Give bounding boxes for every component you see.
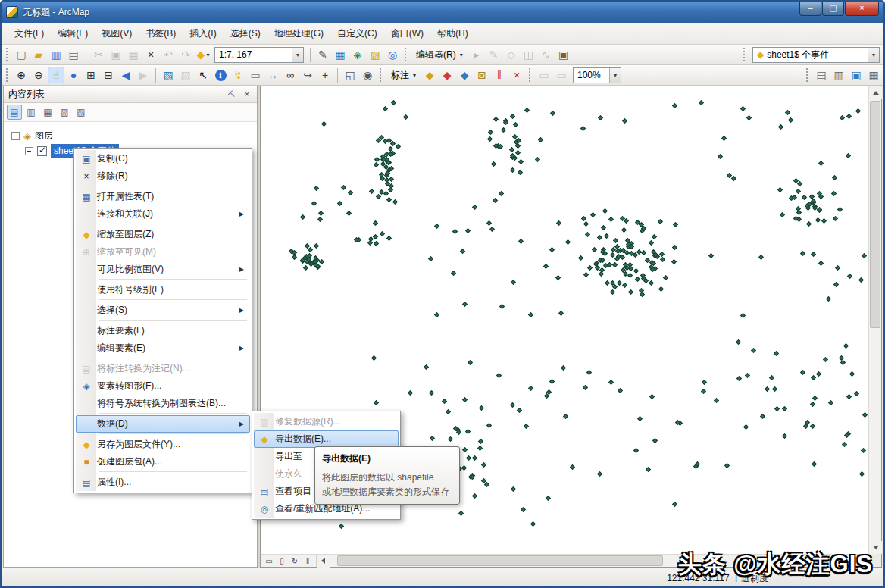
- zoom-in-icon[interactable]: ⊕: [13, 67, 30, 83]
- add-basemap-icon[interactable]: ◈: [349, 46, 366, 63]
- chevron-down-icon[interactable]: ▾: [206, 52, 209, 58]
- menu-item[interactable]: 将符号系统转换为制图表达(B)...: [76, 395, 250, 412]
- create-features-icon[interactable]: ▣: [555, 46, 572, 63]
- layout-page-2-icon[interactable]: ▥: [830, 67, 847, 83]
- identify-icon[interactable]: ℹ: [212, 67, 229, 83]
- editor-toolbar-toggle-icon[interactable]: ✎: [314, 46, 331, 63]
- layout-page-3-icon[interactable]: ▣: [848, 67, 865, 83]
- menubar-item[interactable]: 自定义(C): [330, 24, 384, 43]
- pan-hand-icon[interactable]: ☝: [48, 67, 64, 83]
- horizontal-scroll-thumb[interactable]: [337, 555, 663, 566]
- measure-icon[interactable]: ↔: [264, 67, 281, 83]
- menu-item[interactable]: ■创建图层包(A)...: [76, 453, 250, 471]
- find-route-icon[interactable]: ↪: [299, 67, 316, 83]
- label-manager-icon[interactable]: ◆: [421, 67, 438, 83]
- layout-view-icon[interactable]: ▯: [276, 555, 288, 567]
- menu-item[interactable]: ◆缩放至图层(Z): [76, 226, 250, 243]
- menu-item[interactable]: ◆导出数据(E)...: [254, 430, 399, 448]
- menu-item[interactable]: 可见比例范围(V)▶: [76, 261, 250, 278]
- toolbar-grip[interactable]: [380, 68, 383, 82]
- delete-icon[interactable]: ×: [142, 46, 159, 63]
- toolbar-grip[interactable]: [405, 48, 408, 61]
- viewer-window-icon[interactable]: ◱: [342, 67, 358, 83]
- menubar-item[interactable]: 插入(I): [183, 24, 223, 43]
- menubar-item[interactable]: 窗口(W): [384, 24, 430, 43]
- toc-options-icon[interactable]: ▨: [73, 105, 89, 120]
- menubar-item[interactable]: 帮助(H): [430, 24, 475, 43]
- menu-item[interactable]: 编辑要素(E)▶: [76, 339, 250, 357]
- close-button[interactable]: ×: [845, 2, 879, 16]
- full-extent-icon[interactable]: ●: [65, 67, 82, 83]
- menu-item[interactable]: ▣复制(C): [76, 150, 250, 167]
- edit-layer-combo[interactable]: ◆sheet1$ 个事件▾: [752, 47, 880, 63]
- collapse-icon[interactable]: [25, 147, 33, 155]
- list-by-drawing-order-icon[interactable]: ▤: [7, 105, 22, 120]
- label-weight-icon[interactable]: ◆: [456, 67, 473, 83]
- back-extent-icon[interactable]: ◀: [117, 67, 134, 83]
- zoom-percent-combo[interactable]: 100%▾: [573, 67, 621, 83]
- pause-labeling-icon[interactable]: ‖: [491, 67, 508, 83]
- select-elements-icon[interactable]: ↖: [195, 67, 211, 83]
- lock-labels-icon[interactable]: ⊠: [474, 67, 490, 83]
- list-by-visibility-icon[interactable]: ▦: [40, 105, 55, 120]
- menubar-item[interactable]: 视图(V): [95, 24, 139, 43]
- list-by-source-icon[interactable]: ▥: [23, 105, 39, 120]
- arccatalog-icon[interactable]: ▨: [367, 46, 383, 63]
- menu-item[interactable]: ▤属性(I)...: [76, 474, 250, 491]
- chevron-down-icon[interactable]: ▾: [868, 48, 879, 62]
- pause-drawing-icon[interactable]: ‖: [302, 555, 314, 567]
- menu-item[interactable]: 标注要素(L): [76, 322, 250, 339]
- fixed-zoom-in-icon[interactable]: ⊞: [83, 67, 99, 83]
- menubar-item[interactable]: 地理处理(G): [267, 24, 330, 43]
- find-icon[interactable]: ∞: [282, 67, 299, 83]
- hyperlink-icon[interactable]: ↯: [230, 67, 246, 83]
- list-by-selection-icon[interactable]: ▧: [57, 105, 72, 120]
- close-icon[interactable]: ×: [242, 89, 252, 99]
- layer-checkbox[interactable]: [37, 146, 47, 156]
- menu-item[interactable]: ×移除(R): [76, 167, 250, 185]
- new-document-icon[interactable]: ▢: [13, 46, 30, 63]
- toc-root-row[interactable]: ◈ 图层: [11, 128, 257, 143]
- menu-item[interactable]: ▦打开属性表(T): [76, 188, 250, 205]
- toolbar-grip[interactable]: [6, 68, 9, 82]
- save-icon[interactable]: ▥: [48, 46, 64, 63]
- label-priority-icon[interactable]: ◆: [439, 67, 455, 83]
- vertical-scroll-thumb[interactable]: [870, 101, 880, 328]
- label-menu[interactable]: 标注▾: [386, 67, 421, 83]
- search-window-icon[interactable]: ◎: [384, 46, 401, 63]
- table-options-icon[interactable]: ▦: [332, 46, 349, 63]
- minimize-button[interactable]: –: [799, 2, 821, 16]
- toolbar-grip[interactable]: [6, 48, 9, 61]
- menu-item[interactable]: ◆另存为图层文件(Y)...: [76, 436, 250, 453]
- chevron-down-icon[interactable]: ▾: [292, 48, 303, 62]
- menubar-item[interactable]: 文件(F): [8, 24, 51, 43]
- data-view-icon[interactable]: ▭: [263, 555, 275, 567]
- layout-page-1-icon[interactable]: ▤: [813, 67, 830, 83]
- collapse-icon[interactable]: [11, 132, 20, 140]
- menu-item[interactable]: 连接和关联(J)▶: [76, 205, 250, 223]
- chevron-down-icon[interactable]: ▾: [609, 68, 621, 83]
- toolbar-grip[interactable]: [529, 68, 532, 82]
- menu-item[interactable]: 使用符号级别(E): [76, 281, 250, 299]
- vertical-scrollbar[interactable]: [868, 86, 881, 554]
- zoom-out-icon[interactable]: ⊖: [30, 67, 47, 83]
- open-folder-icon[interactable]: ▰: [30, 46, 47, 63]
- maximize-button[interactable]: ▢: [822, 2, 844, 16]
- html-popup-icon[interactable]: ▭: [247, 67, 264, 83]
- print-icon[interactable]: ▤: [65, 46, 82, 63]
- toolbar-grip[interactable]: [743, 48, 746, 61]
- layout-page-4-icon[interactable]: ▦: [865, 67, 882, 83]
- select-features-icon[interactable]: ▧: [160, 67, 177, 83]
- pin-icon[interactable]: ⊥: [224, 87, 239, 102]
- editor-menu[interactable]: 编辑器(R)▾: [411, 46, 468, 63]
- scroll-left-icon[interactable]: [317, 555, 330, 568]
- go-to-xy-icon[interactable]: +: [317, 67, 333, 83]
- add-data-icon[interactable]: ◆▾: [195, 46, 211, 63]
- scale-combo[interactable]: 1:7, 167▾: [214, 47, 304, 63]
- menu-item[interactable]: 选择(S)▶: [76, 302, 250, 319]
- refresh-view-icon[interactable]: ↻: [289, 555, 301, 567]
- clear-labels-icon[interactable]: ×: [508, 67, 525, 83]
- menu-item[interactable]: 数据(D)▶: [76, 415, 250, 433]
- toolbar-grip[interactable]: [806, 68, 809, 82]
- menubar-item[interactable]: 书签(B): [139, 24, 183, 43]
